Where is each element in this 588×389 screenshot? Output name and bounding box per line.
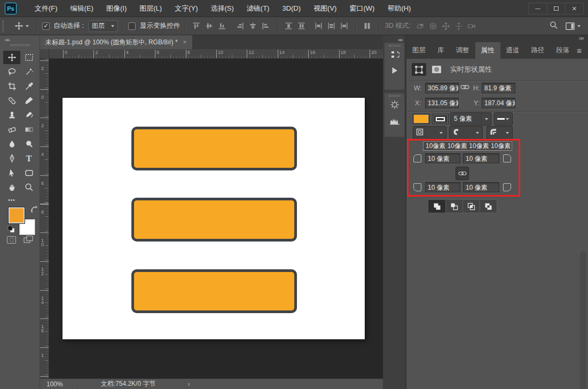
- options-grip[interactable]: [2, 20, 4, 32]
- 3d-camera-icon[interactable]: [465, 20, 478, 33]
- close-tab-icon[interactable]: ×: [183, 38, 187, 46]
- panel-tab[interactable]: 图层: [406, 42, 432, 59]
- distribute-right-icon[interactable]: [338, 20, 351, 33]
- actions-panel-icon[interactable]: [390, 63, 399, 79]
- menu-item[interactable]: 视图(V): [307, 0, 343, 17]
- tool-preset-picker[interactable]: [11, 21, 32, 30]
- stroke-style-dropdown[interactable]: [494, 112, 513, 126]
- link-radius-button[interactable]: [456, 167, 469, 180]
- collapse-toolbox-icon[interactable]: ««: [5, 36, 9, 43]
- menu-item[interactable]: 窗口(W): [343, 0, 381, 17]
- subtract-front-shape-button[interactable]: [445, 200, 462, 213]
- histogram-panel-icon[interactable]: [389, 113, 400, 129]
- stroke-width-dropdown[interactable]: 5 像素: [450, 112, 491, 126]
- expand-panels-icon[interactable]: »»: [406, 35, 588, 42]
- maximize-button[interactable]: [547, 3, 565, 14]
- auto-select-target-dropdown[interactable]: 图层: [88, 20, 118, 32]
- canvas-pasteboard[interactable]: [49, 59, 383, 378]
- rounded-rectangle-shape[interactable]: [131, 269, 297, 313]
- menu-item[interactable]: 滤镜(T): [240, 0, 276, 17]
- 3d-roll-icon[interactable]: [427, 20, 440, 33]
- align-right-icon[interactable]: [260, 20, 272, 33]
- 3d-slide-icon[interactable]: [452, 20, 465, 33]
- rounded-rectangle-tool[interactable]: [20, 166, 37, 180]
- menu-item[interactable]: 帮助(H): [381, 0, 417, 17]
- stroke-color-swatch[interactable]: [432, 114, 449, 124]
- 3d-pan-icon[interactable]: [440, 20, 452, 33]
- dodge-tool[interactable]: [20, 137, 37, 151]
- pen-tool[interactable]: [3, 152, 20, 165]
- auto-select-checkbox[interactable]: ✓: [42, 22, 50, 30]
- screen-mode-button[interactable]: [23, 235, 34, 246]
- default-colors-icon[interactable]: [7, 225, 15, 235]
- distribute-left-icon[interactable]: [312, 20, 325, 33]
- intersect-shapes-button[interactable]: [462, 200, 480, 213]
- x-field[interactable]: 131.05 像素: [425, 98, 459, 108]
- menu-item[interactable]: 选择(S): [204, 0, 240, 17]
- radius-all-field[interactable]: 10像素 10像素 10像素 10像素: [423, 142, 512, 151]
- menu-item[interactable]: 编辑(E): [64, 0, 100, 17]
- edit-toolbar-button[interactable]: •••: [3, 193, 20, 207]
- stroke-corners-dropdown[interactable]: [487, 126, 513, 139]
- lasso-tool[interactable]: [3, 65, 20, 79]
- brush-settings-panel-icon[interactable]: [390, 97, 399, 113]
- history-panel-icon[interactable]: [390, 46, 399, 63]
- transform-properties-button[interactable]: [412, 63, 426, 76]
- close-button[interactable]: ×: [565, 3, 583, 14]
- blur-tool[interactable]: [3, 137, 20, 151]
- workspace-switcher[interactable]: [566, 22, 581, 30]
- y-field[interactable]: 187.04 像素: [482, 98, 515, 108]
- menu-item[interactable]: 文件(F): [28, 0, 64, 17]
- clone-stamp-tool[interactable]: [3, 108, 20, 122]
- stroke-caps-dropdown[interactable]: [449, 126, 483, 139]
- minimize-button[interactable]: —: [529, 3, 547, 14]
- stroke-align-dropdown[interactable]: [413, 126, 446, 139]
- marquee-tool[interactable]: [20, 51, 37, 64]
- spot-healing-brush-tool[interactable]: [3, 94, 20, 107]
- radius-bottomright-field[interactable]: 10 像素: [463, 182, 499, 192]
- rounded-rectangle-shape[interactable]: [131, 198, 297, 242]
- brush-tool[interactable]: [20, 94, 37, 107]
- zoom-tool[interactable]: [20, 181, 37, 194]
- swap-colors-icon[interactable]: [30, 205, 38, 215]
- distribute-top-icon[interactable]: [283, 20, 295, 33]
- height-field[interactable]: 81.9 像素: [482, 83, 515, 94]
- gradient-tool[interactable]: [20, 123, 37, 136]
- combine-shapes-button[interactable]: [428, 200, 445, 213]
- radius-topright-field[interactable]: 10 像素: [463, 153, 499, 164]
- document-tab[interactable]: 未标题-1.psd @ 100% (圆角矩形中, RGB/8#) * ×: [40, 35, 192, 49]
- quick-selection-tool[interactable]: [20, 65, 37, 79]
- align-horizontal-center-icon[interactable]: [247, 20, 260, 33]
- menu-item[interactable]: 3D(D): [276, 0, 307, 17]
- panel-menu-icon[interactable]: ≡: [577, 46, 582, 55]
- panel-tab[interactable]: 路径: [526, 42, 551, 59]
- history-brush-tool[interactable]: [20, 108, 37, 122]
- move-tool[interactable]: [3, 51, 20, 64]
- panel-tab[interactable]: 属性: [475, 42, 500, 59]
- panel-scrollbar[interactable]: [580, 251, 586, 389]
- panel-tab[interactable]: 段落: [551, 42, 576, 59]
- distribute-spacing-icon[interactable]: [361, 20, 374, 33]
- menu-item[interactable]: 图层(L): [133, 0, 168, 17]
- show-transform-checkbox[interactable]: [128, 22, 136, 30]
- zoom-level[interactable]: 100%: [46, 380, 63, 388]
- exclude-shapes-button[interactable]: [480, 200, 497, 213]
- panel-tab[interactable]: 调整: [450, 42, 475, 59]
- hand-tool[interactable]: [3, 181, 20, 194]
- 3d-orbit-icon[interactable]: [414, 20, 427, 33]
- panel-tab[interactable]: 通道: [500, 42, 526, 59]
- foreground-color-swatch[interactable]: [9, 207, 25, 223]
- quick-mask-button[interactable]: [7, 236, 16, 244]
- distribute-horizontal-center-icon[interactable]: [325, 20, 338, 33]
- mask-properties-button[interactable]: [429, 63, 444, 76]
- collapse-dock-icon[interactable]: ««: [398, 36, 402, 43]
- toolbox-grip[interactable]: [11, 44, 30, 46]
- align-vertical-center-icon[interactable]: [203, 20, 216, 33]
- link-wh-icon[interactable]: [460, 84, 469, 92]
- width-field[interactable]: 305.89 像素: [425, 83, 459, 94]
- fill-color-swatch[interactable]: [413, 114, 429, 124]
- radius-bottomleft-field[interactable]: 10 像素: [425, 182, 460, 192]
- crop-tool[interactable]: [3, 80, 20, 93]
- search-icon[interactable]: [550, 21, 558, 31]
- align-left-icon[interactable]: [234, 20, 247, 33]
